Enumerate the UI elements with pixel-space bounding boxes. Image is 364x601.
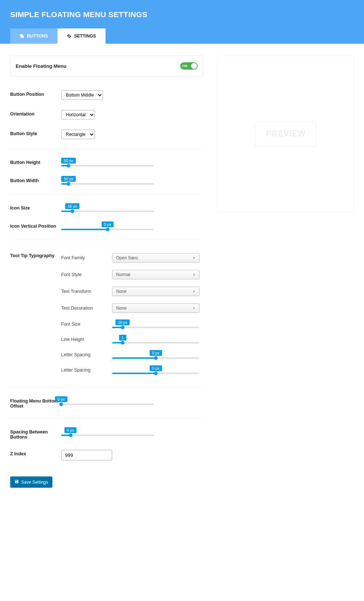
- slider-icon-size[interactable]: 16 px: [61, 204, 154, 212]
- typo-font-family: Font Family Open Sans▼: [61, 250, 203, 266]
- label-icon-size: Icon Size: [10, 204, 61, 211]
- toggle-knob: [191, 63, 197, 69]
- label-orientation: Orientation: [10, 110, 61, 117]
- label-typography: Tool Tip Typography: [10, 250, 61, 258]
- chevron-down-icon: ▼: [193, 273, 195, 276]
- divider: [10, 194, 203, 195]
- row-button-height: Button Height 50 px: [10, 153, 203, 172]
- row-bottom-offset: Floating Menu Bottom Offset 0 px: [10, 392, 203, 414]
- svg-rect-1: [21, 35, 24, 38]
- row-orientation: Orientation Horizontal: [10, 105, 203, 125]
- slider-font-size[interactable]: 16 px: [112, 320, 199, 328]
- page-header: SIMPLE FLOATING MENU SETTINGS BUTTONS SE…: [0, 0, 364, 44]
- row-button-width: Button Width 50 px: [10, 172, 203, 190]
- page-title: SIMPLE FLOATING MENU SETTINGS: [10, 10, 354, 19]
- preview-label: PREVIEW: [255, 121, 316, 146]
- tab-buttons[interactable]: BUTTONS: [10, 28, 58, 44]
- enable-label: Enable Floating Menu: [16, 63, 67, 69]
- row-icon-vpos: Icon Vertical Position 0 px: [10, 217, 203, 235]
- row-zindex: Z Index: [10, 445, 203, 466]
- slider-button-width[interactable]: 50 px: [61, 177, 154, 185]
- tab-settings-label: SETTINGS: [74, 34, 96, 39]
- slider-letter-spacing-2[interactable]: 0 px: [112, 366, 199, 374]
- select-orientation[interactable]: Horizontal: [61, 110, 95, 119]
- typo-text-transform: Text Transform None▼: [61, 283, 203, 300]
- gear-icon: [67, 34, 71, 38]
- toggle-state: ON: [180, 64, 187, 68]
- save-button[interactable]: Save Settings: [10, 476, 52, 488]
- select-text-decoration[interactable]: None▼: [112, 303, 199, 313]
- row-button-style: Button Style Rectangle: [10, 125, 203, 144]
- chevron-down-icon: ▼: [193, 256, 195, 260]
- label-icon-vpos: Icon Vertical Position: [10, 222, 61, 229]
- input-zindex[interactable]: [61, 450, 112, 460]
- label-button-height: Button Height: [10, 158, 61, 165]
- buttons-icon: [20, 34, 24, 38]
- settings-form: Enable Floating Menu ON Button Position …: [10, 55, 203, 488]
- divider: [10, 387, 203, 388]
- divider: [10, 149, 203, 149]
- label-spacing: Spacing Between Buttons: [10, 428, 61, 440]
- tab-settings[interactable]: SETTINGS: [58, 28, 106, 44]
- label-bottom-offset: Floating Menu Bottom Offset: [10, 397, 61, 409]
- divider: [10, 418, 203, 419]
- label-button-style: Button Style: [10, 130, 61, 136]
- slider-spacing[interactable]: 5 px: [61, 428, 154, 436]
- slider-line-height[interactable]: 1: [112, 335, 199, 343]
- typo-text-decoration: Text Decoration None▼: [61, 300, 203, 317]
- save-icon: [15, 479, 19, 485]
- typo-letter-spacing-2: Letter Spacing 0 px: [61, 362, 203, 378]
- tab-bar: BUTTONS SETTINGS: [10, 28, 354, 44]
- tab-buttons-label: BUTTONS: [27, 34, 48, 39]
- select-button-position[interactable]: Bottom Middle: [61, 90, 103, 100]
- label-button-position: Button Position: [10, 90, 61, 97]
- enable-panel: Enable Floating Menu ON: [10, 55, 203, 76]
- preview-pane: PREVIEW: [218, 55, 354, 488]
- slider-icon-vpos[interactable]: 0 px: [61, 222, 154, 230]
- typo-line-height: Line Height 1: [61, 332, 203, 347]
- row-spacing: Spacing Between Buttons 5 px: [10, 423, 203, 445]
- slider-button-height[interactable]: 50 px: [61, 158, 154, 166]
- chevron-down-icon: ▼: [193, 307, 195, 310]
- enable-toggle[interactable]: ON: [180, 62, 198, 70]
- typo-letter-spacing-1: Letter Spacing 0 px: [61, 347, 203, 362]
- slider-letter-spacing-1[interactable]: 0 px: [112, 351, 199, 359]
- slider-bottom-offset[interactable]: 0 px: [61, 397, 154, 405]
- select-text-transform[interactable]: None▼: [112, 287, 199, 296]
- select-font-style[interactable]: Normal▼: [112, 270, 199, 279]
- select-button-style[interactable]: Rectangle: [61, 130, 95, 139]
- label-button-width: Button Width: [10, 177, 61, 183]
- typo-font-size: Font Size 16 px: [61, 317, 203, 332]
- divider: [10, 240, 203, 240]
- row-button-position: Button Position Bottom Middle: [10, 85, 203, 105]
- select-font-family[interactable]: Open Sans▼: [112, 253, 199, 263]
- row-icon-size: Icon Size 16 px: [10, 199, 203, 217]
- row-typography: Tool Tip Typography Font Family Open San…: [10, 244, 203, 383]
- save-button-label: Save Settings: [21, 480, 48, 485]
- label-zindex: Z Index: [10, 450, 61, 456]
- typo-font-style: Font Style Normal▼: [61, 266, 203, 283]
- chevron-down-icon: ▼: [193, 290, 195, 293]
